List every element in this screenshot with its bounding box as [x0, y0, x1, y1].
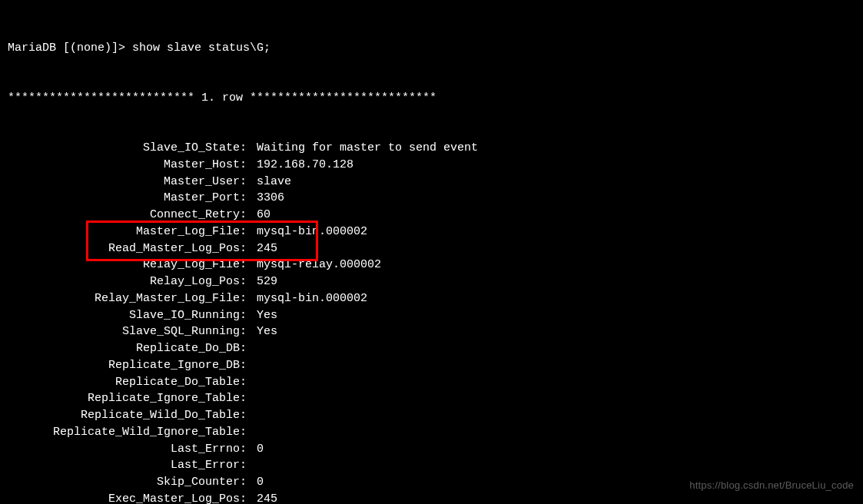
row-separator: *************************** 1. row *****…: [8, 90, 855, 107]
colon-separator: :: [240, 207, 257, 224]
status-value: 0: [257, 474, 264, 491]
status-label: Slave_SQL_Running: [8, 323, 240, 340]
colon-separator: :: [240, 290, 257, 307]
status-label: Read_Master_Log_Pos: [8, 240, 240, 257]
status-label: Slave_IO_Running: [8, 307, 240, 324]
status-value: 60: [257, 207, 271, 224]
status-line: Slave_IO_Running: Yes: [8, 307, 855, 324]
colon-separator: :: [240, 491, 257, 504]
terminal-output[interactable]: MariaDB [(none)]> show slave status\G; *…: [8, 6, 855, 504]
status-label: Replicate_Wild_Do_Table: [8, 407, 240, 424]
status-label: Last_Errno: [8, 441, 240, 458]
watermark-text: https://blog.csdn.net/BruceLiu_code: [689, 479, 854, 493]
status-line: Master_Log_File: mysql-bin.000002: [8, 224, 855, 240]
status-label: Replicate_Wild_Ignore_Table: [8, 424, 240, 441]
status-label: Relay_Log_File: [8, 257, 240, 274]
status-line: Replicate_Wild_Do_Table:: [8, 407, 855, 424]
status-value: 192.168.70.128: [257, 157, 353, 174]
status-value: mysql-relay.000002: [257, 257, 381, 274]
status-label: Skip_Counter: [8, 474, 240, 491]
status-label: Replicate_Ignore_Table: [8, 390, 240, 407]
colon-separator: :: [240, 257, 257, 274]
status-line: Read_Master_Log_Pos: 245: [8, 240, 855, 257]
status-line: Replicate_Do_Table:: [8, 374, 855, 391]
status-label: Last_Error: [8, 457, 240, 474]
status-value: slave: [257, 174, 291, 191]
status-line: Relay_Log_File: mysql-relay.000002: [8, 257, 855, 274]
status-line: Replicate_Do_DB:: [8, 340, 855, 357]
status-line: Replicate_Wild_Ignore_Table:: [8, 424, 855, 441]
colon-separator: :: [240, 407, 257, 424]
status-value: 245: [257, 240, 277, 257]
colon-separator: :: [240, 441, 257, 458]
status-line: Master_Port: 3306: [8, 190, 855, 207]
status-value: Waiting for master to send event: [257, 140, 478, 157]
status-line: Last_Errno: 0: [8, 441, 855, 458]
status-value: 529: [257, 274, 277, 290]
status-line: Master_Host: 192.168.70.128: [8, 157, 855, 174]
status-label: Relay_Log_Pos: [8, 274, 240, 290]
status-line: Slave_IO_State: Waiting for master to se…: [8, 140, 855, 157]
status-line: Last_Error:: [8, 457, 855, 474]
colon-separator: :: [240, 157, 257, 174]
colon-separator: :: [240, 357, 257, 374]
status-value: mysql-bin.000002: [257, 290, 367, 307]
status-label: Slave_IO_State: [8, 140, 240, 157]
colon-separator: :: [240, 457, 257, 474]
status-line: Replicate_Ignore_DB:: [8, 357, 855, 374]
colon-separator: :: [240, 140, 257, 157]
colon-separator: :: [240, 424, 257, 441]
colon-separator: :: [240, 274, 257, 290]
status-line: Slave_SQL_Running: Yes: [8, 323, 855, 340]
status-value: 245: [257, 491, 277, 504]
status-value: Yes: [257, 323, 277, 340]
colon-separator: :: [240, 390, 257, 407]
status-value: Yes: [257, 307, 277, 324]
status-line: Replicate_Ignore_Table:: [8, 390, 855, 407]
status-label: Relay_Master_Log_File: [8, 290, 240, 307]
colon-separator: :: [240, 323, 257, 340]
status-line: Connect_Retry: 60: [8, 207, 855, 224]
colon-separator: :: [240, 174, 257, 191]
status-label: Connect_Retry: [8, 207, 240, 224]
status-label: Replicate_Do_Table: [8, 374, 240, 391]
colon-separator: :: [240, 190, 257, 207]
status-label: Master_Log_File: [8, 224, 240, 240]
status-label: Master_User: [8, 174, 240, 191]
colon-separator: :: [240, 474, 257, 491]
status-value: 0: [257, 441, 264, 458]
colon-separator: :: [240, 374, 257, 391]
status-label: Master_Host: [8, 157, 240, 174]
status-label: Exec_Master_Log_Pos: [8, 491, 240, 504]
status-value: 3306: [257, 190, 284, 207]
status-line: Relay_Log_Pos: 529: [8, 274, 855, 290]
command-prompt: MariaDB [(none)]> show slave status\G;: [8, 40, 855, 57]
colon-separator: :: [240, 240, 257, 257]
colon-separator: :: [240, 224, 257, 240]
status-lines-container: Slave_IO_State: Waiting for master to se…: [8, 140, 855, 504]
status-label: Master_Port: [8, 190, 240, 207]
status-line: Relay_Master_Log_File: mysql-bin.000002: [8, 290, 855, 307]
colon-separator: :: [240, 340, 257, 357]
status-label: Replicate_Do_DB: [8, 340, 240, 357]
status-label: Replicate_Ignore_DB: [8, 357, 240, 374]
colon-separator: :: [240, 307, 257, 324]
status-value: mysql-bin.000002: [257, 224, 367, 240]
status-line: Master_User: slave: [8, 174, 855, 191]
